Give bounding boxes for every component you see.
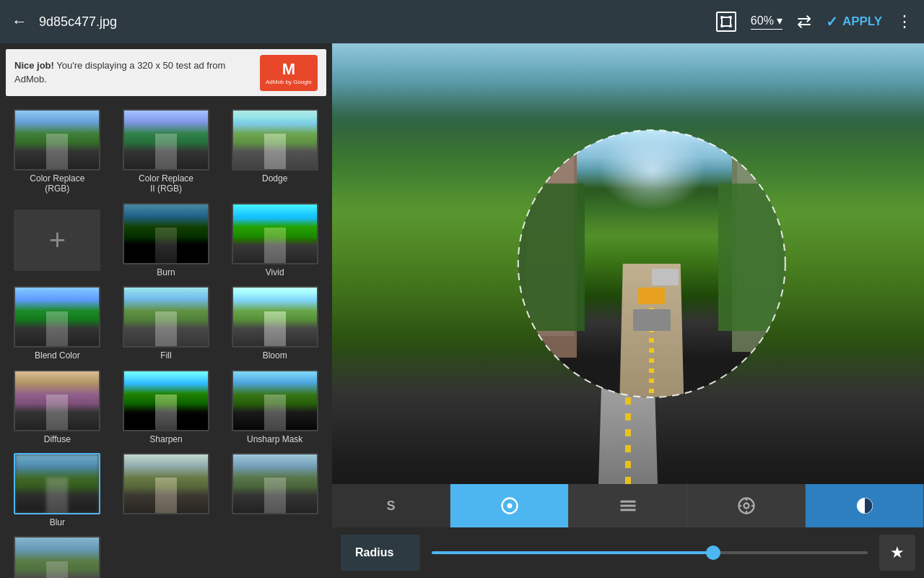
- filter-label: Vivid: [266, 267, 284, 277]
- canvas-area[interactable]: [332, 43, 924, 484]
- fullscreen-button[interactable]: [716, 12, 736, 32]
- filter-label: Fill: [160, 350, 171, 361]
- filter-blur[interactable]: Blur: [3, 449, 112, 532]
- target-icon: [736, 496, 757, 516]
- thumb-img: [233, 288, 317, 346]
- star-button[interactable]: ★: [879, 535, 915, 571]
- check-icon: ✓: [826, 13, 838, 30]
- filename-label: 9d85c477.jpg: [39, 14, 705, 30]
- radius-slider[interactable]: [432, 551, 868, 554]
- filter-label: Burn: [157, 267, 175, 277]
- filter-label: Bloom: [263, 350, 287, 361]
- bottom-controls: S: [332, 484, 924, 578]
- thumb-img: [15, 111, 99, 169]
- filter-thumb-color-replace-rgb: [14, 109, 100, 171]
- filter-thumb-diffuse: [14, 370, 100, 431]
- s-tool-tab[interactable]: S: [332, 484, 450, 527]
- radius-slider-container: [420, 551, 879, 554]
- admob-letter: M: [282, 60, 295, 79]
- filter-label: Sharpen: [149, 434, 182, 444]
- filter-thumb-blur: [14, 453, 100, 514]
- lines-tool-tab[interactable]: [569, 484, 687, 527]
- filter-bloom[interactable]: Bloom: [220, 282, 329, 365]
- thumb-img: [124, 454, 208, 513]
- trees-right: [718, 184, 785, 331]
- filter-thumb-burn: [123, 203, 209, 264]
- ad-banner: Nice job! You're displaying a 320 x 50 t…: [6, 49, 326, 96]
- car-3: [652, 269, 679, 285]
- tool-tabs: S: [332, 484, 924, 527]
- filter-thumb-sharpen: [123, 370, 209, 431]
- filter-grid: Color Replace(RGB) Color ReplaceII (RGB)…: [0, 102, 332, 578]
- filter-dodge[interactable]: Dodge: [220, 105, 329, 199]
- top-right-controls: 60% ▾ ⇄ ✓ APPLY ⋮: [716, 12, 912, 32]
- image-background: [332, 43, 924, 484]
- main-layout: Nice job! You're displaying a 320 x 50 t…: [0, 43, 924, 578]
- thumb-img: [15, 454, 99, 513]
- filter-diffuse[interactable]: Diffuse: [3, 366, 112, 449]
- filter-extra-1[interactable]: [112, 449, 221, 532]
- radial-tool-tab[interactable]: [450, 484, 569, 527]
- ad-bold: Nice job!: [14, 60, 54, 71]
- filter-thumb-dodge: [232, 109, 318, 171]
- thumb-img: [233, 371, 317, 430]
- thumb-img: [233, 111, 317, 169]
- radius-label: Radius: [341, 535, 420, 571]
- apply-label: APPLY: [842, 14, 882, 29]
- more-button[interactable]: ⋮: [897, 12, 912, 31]
- car-1: [633, 309, 671, 331]
- filter-label: Blur: [50, 517, 65, 527]
- filter-extra-2[interactable]: [220, 449, 329, 532]
- clear-circle: [518, 130, 785, 397]
- filter-label: Dodge: [262, 173, 287, 184]
- lines-icon: [618, 496, 638, 516]
- thumb-img: [233, 454, 317, 513]
- filter-thumb-vivid: [232, 203, 318, 264]
- filter-label: Blend Color: [35, 350, 80, 361]
- thumb-img: [15, 538, 99, 578]
- contrast-tool-tab[interactable]: [806, 484, 924, 527]
- thumb-img: [124, 204, 208, 263]
- add-icon[interactable]: +: [14, 210, 100, 271]
- filter-vivid[interactable]: Vivid: [220, 199, 329, 282]
- svg-point-7: [744, 504, 749, 509]
- filter-thumb-extra-3: [14, 536, 100, 578]
- filter-extra-3[interactable]: [3, 532, 112, 578]
- target-tool-tab[interactable]: [687, 484, 806, 527]
- filter-thumb-blend-color: [14, 286, 100, 348]
- trees-left: [518, 184, 585, 331]
- filter-label: Diffuse: [44, 434, 71, 444]
- thumb-img: [15, 371, 99, 430]
- filter-burn[interactable]: Burn: [112, 199, 221, 282]
- apply-button[interactable]: ✓ APPLY: [826, 13, 882, 30]
- car-2: [638, 288, 665, 303]
- thumb-img: [15, 288, 99, 346]
- right-panel: S: [332, 43, 924, 578]
- contrast-icon: [855, 496, 875, 516]
- param-bar: Radius ★: [332, 527, 924, 578]
- filter-thumb-unsharp-mask: [232, 370, 318, 431]
- ad-text: Nice job! You're displaying a 320 x 50 t…: [14, 59, 253, 85]
- swap-icon[interactable]: ⇄: [797, 12, 811, 32]
- filter-sharpen[interactable]: Sharpen: [112, 366, 221, 449]
- filter-fill[interactable]: Fill: [112, 282, 221, 365]
- ad-badge: M AdMob by Google: [260, 55, 318, 91]
- thumb-img: [124, 288, 208, 346]
- filter-blend-color[interactable]: Blend Color: [3, 282, 112, 365]
- svg-point-2: [507, 504, 511, 508]
- s-label: S: [386, 499, 395, 514]
- zoom-button[interactable]: 60% ▾: [751, 14, 783, 30]
- filter-label: Color ReplaceII (RGB): [139, 173, 193, 194]
- filter-label: Unsharp Mask: [247, 434, 302, 444]
- filter-color-replace-ii-rgb[interactable]: Color ReplaceII (RGB): [112, 105, 221, 199]
- star-icon: ★: [890, 543, 905, 562]
- left-panel: Nice job! You're displaying a 320 x 50 t…: [0, 43, 332, 578]
- add-filter-button[interactable]: +: [3, 199, 112, 282]
- thumb-img: [124, 111, 208, 169]
- sky-glow: [598, 130, 705, 210]
- filter-thumb-bloom: [232, 286, 318, 348]
- filter-unsharp-mask[interactable]: Unsharp Mask: [220, 366, 329, 449]
- admob-text: AdMob by Google: [266, 79, 312, 85]
- filter-color-replace-rgb[interactable]: Color Replace(RGB): [3, 105, 112, 199]
- back-button[interactable]: ←: [12, 12, 27, 31]
